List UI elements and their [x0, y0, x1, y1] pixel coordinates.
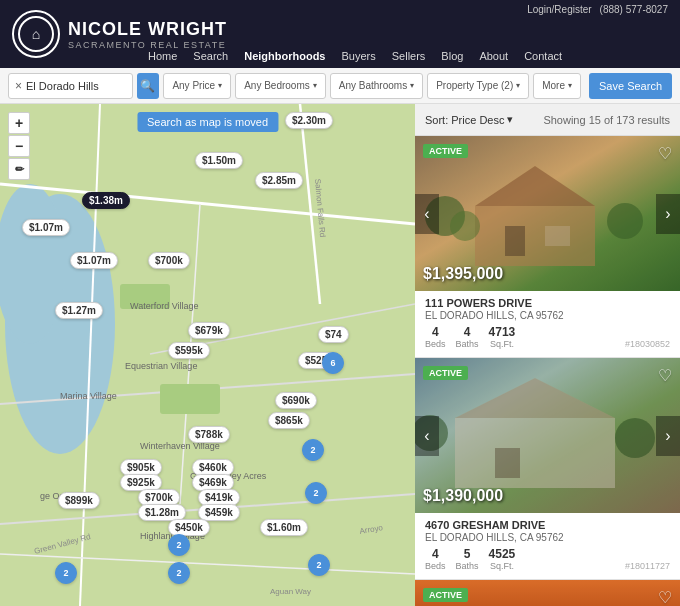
main-content: Waterford Village Equestrian Village Mar… — [0, 104, 680, 606]
logo: ⌂ — [12, 10, 60, 58]
sqft-value: 4713 — [489, 325, 516, 339]
clear-location-button[interactable]: × — [15, 79, 22, 93]
listing-address: 111 POWERS DRIVE — [425, 297, 670, 309]
map-controls: + − ✏ — [8, 112, 30, 180]
location-value: El Dorado Hills — [26, 80, 126, 92]
listings-scroll[interactable]: ACTIVE ♡ $1,395,000 ‹ › 111 POWERS DRIVE… — [415, 136, 680, 606]
nav-neighborhoods[interactable]: Neighborhoods — [236, 44, 333, 68]
cluster-bubble[interactable]: 2 — [305, 482, 327, 504]
chevron-down-icon: ▾ — [218, 81, 222, 90]
svg-text:Waterford Village: Waterford Village — [130, 301, 199, 311]
price-filter[interactable]: Any Price ▾ — [163, 73, 231, 99]
listing-info: 111 POWERS DRIVE EL DORADO HILLS, CA 957… — [415, 291, 680, 357]
listing-city: EL DORADO HILLS, CA 95762 — [425, 310, 670, 321]
main-nav: Home Search Neighborhoods Buyers Sellers… — [140, 44, 680, 68]
price-bubble[interactable]: $2.30m — [285, 112, 333, 129]
next-image-button[interactable]: › — [656, 416, 680, 456]
cluster-bubble[interactable]: 2 — [168, 534, 190, 556]
price-bubble[interactable]: $899k — [58, 492, 100, 509]
chevron-down-icon: ▾ — [516, 81, 520, 90]
phone-number: (888) 577-8027 — [600, 4, 668, 15]
chevron-down-icon: ▾ — [568, 81, 572, 90]
heart-icon[interactable]: ♡ — [658, 366, 672, 385]
chevron-down-icon: ▾ — [410, 81, 414, 90]
zoom-out-button[interactable]: − — [8, 135, 30, 157]
price-bubble[interactable]: $74 — [318, 326, 349, 343]
nav-home[interactable]: Home — [140, 44, 185, 68]
chevron-down-icon: ▾ — [507, 113, 513, 126]
nav-search[interactable]: Search — [185, 44, 236, 68]
bedrooms-filter[interactable]: Any Bedrooms ▾ — [235, 73, 326, 99]
listings-panel: Sort: Price Desc ▾ Showing 15 of 173 res… — [415, 104, 680, 606]
baths-value: 4 — [464, 325, 471, 339]
nav-blog[interactable]: Blog — [433, 44, 471, 68]
bathrooms-filter[interactable]: Any Bathrooms ▾ — [330, 73, 423, 99]
price-bubble[interactable]: $459k — [198, 504, 240, 521]
top-right-nav: Login/Register (888) 577-8027 — [527, 4, 668, 15]
price-bubble[interactable]: $788k — [188, 426, 230, 443]
listing-price: $1,395,000 — [423, 265, 503, 283]
search-button[interactable]: 🔍 — [137, 73, 160, 99]
cluster-bubble[interactable]: 2 — [308, 554, 330, 576]
active-badge: ACTIVE — [423, 144, 468, 158]
more-filter[interactable]: More ▾ — [533, 73, 581, 99]
prev-image-button[interactable]: ‹ — [415, 416, 439, 456]
cluster-bubble[interactable]: 2 — [55, 562, 77, 584]
price-bubble[interactable]: $700k — [148, 252, 190, 269]
save-search-button[interactable]: Save Search — [589, 73, 672, 99]
cluster-bubble[interactable]: 2 — [168, 562, 190, 584]
listing-card: ACTIVE ♡ $1,375,000 ‹ › 1506 BOLIVAR COU… — [415, 580, 680, 606]
nav-contact[interactable]: Contact — [516, 44, 570, 68]
svg-text:Marina Village: Marina Village — [60, 391, 117, 401]
results-count: Showing 15 of 173 results — [543, 114, 670, 126]
login-link[interactable]: Login/Register — [527, 4, 591, 15]
site-header: ⌂ NICOLE WRIGHT SACRAMENTO REAL ESTATE L… — [0, 0, 680, 68]
zoom-in-button[interactable]: + — [8, 112, 30, 134]
listing-image: ACTIVE ♡ $1,375,000 ‹ › — [415, 580, 680, 606]
price-bubble[interactable]: $1.07m — [70, 252, 118, 269]
listing-details: 4 Beds 5 Baths 4525 Sq.Ft. #18011727 — [425, 547, 670, 571]
svg-rect-11 — [160, 384, 220, 414]
cluster-bubble[interactable]: 6 — [322, 352, 344, 374]
location-tag[interactable]: × El Dorado Hills — [8, 73, 133, 99]
heart-icon[interactable]: ♡ — [658, 144, 672, 163]
property-type-filter[interactable]: Property Type (2) ▾ — [427, 73, 529, 99]
beds-label: Beds — [425, 561, 446, 571]
sqft-label: Sq.Ft. — [490, 339, 514, 349]
listing-address: 4670 GRESHAM DRIVE — [425, 519, 670, 531]
price-bubble[interactable]: $1.50m — [195, 152, 243, 169]
beds-label: Beds — [425, 339, 446, 349]
listing-card: ACTIVE ♡ $1,395,000 ‹ › 111 POWERS DRIVE… — [415, 136, 680, 358]
prev-image-button[interactable]: ‹ — [415, 194, 439, 234]
nav-about[interactable]: About — [471, 44, 516, 68]
price-bubble[interactable]: $1.27m — [55, 302, 103, 319]
listing-image: ACTIVE ♡ $1,390,000 ‹ › — [415, 358, 680, 513]
map-edit-button[interactable]: ✏ — [8, 158, 30, 180]
next-image-button[interactable]: › — [656, 194, 680, 234]
price-bubble-selected[interactable]: $1.38m — [82, 192, 130, 209]
price-bubble[interactable]: $679k — [188, 322, 230, 339]
nav-sellers[interactable]: Sellers — [384, 44, 434, 68]
chevron-down-icon: ▾ — [313, 81, 317, 90]
cluster-bubble[interactable]: 2 — [302, 439, 324, 461]
sort-dropdown[interactable]: Sort: Price Desc ▾ — [425, 113, 513, 126]
price-bubble[interactable]: $865k — [268, 412, 310, 429]
price-bubble[interactable]: $1.07m — [22, 219, 70, 236]
price-bubble[interactable]: $1.60m — [260, 519, 308, 536]
listing-info: 4670 GRESHAM DRIVE EL DORADO HILLS, CA 9… — [415, 513, 680, 579]
search-as-moved-button[interactable]: Search as map is moved — [137, 112, 278, 132]
listing-price: $1,390,000 — [423, 487, 503, 505]
price-bubble[interactable]: $690k — [275, 392, 317, 409]
brand-name: NICOLE WRIGHT — [68, 19, 227, 40]
nav-buyers[interactable]: Buyers — [333, 44, 383, 68]
search-bar: × El Dorado Hills 🔍 Any Price ▾ Any Bedr… — [0, 68, 680, 104]
price-bubble[interactable]: $595k — [168, 342, 210, 359]
baths-label: Baths — [456, 339, 479, 349]
listing-card: ACTIVE ♡ $1,390,000 ‹ › 4670 GRESHAM DRI… — [415, 358, 680, 580]
heart-icon[interactable]: ♡ — [658, 588, 672, 606]
sqft-label: Sq.Ft. — [490, 561, 514, 571]
listing-details: 4 Beds 4 Baths 4713 Sq.Ft. #18030852 — [425, 325, 670, 349]
price-bubble[interactable]: $450k — [168, 519, 210, 536]
map-container[interactable]: Waterford Village Equestrian Village Mar… — [0, 104, 415, 606]
price-bubble[interactable]: $2.85m — [255, 172, 303, 189]
